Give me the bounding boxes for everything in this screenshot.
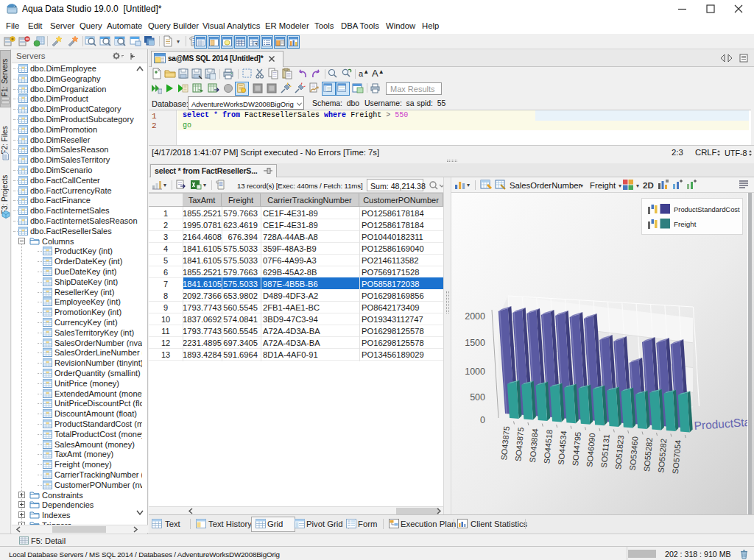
svg-text:2000: 2000 xyxy=(465,311,485,322)
svg-text:0: 0 xyxy=(480,415,485,425)
svg-text:Freight: Freight xyxy=(674,220,697,228)
svg-text:1500: 1500 xyxy=(465,338,485,348)
svg-text:ProductStandardCost: ProductStandardCost xyxy=(674,205,740,213)
svg-text:1000: 1000 xyxy=(465,366,485,377)
svg-text:500: 500 xyxy=(470,392,485,403)
